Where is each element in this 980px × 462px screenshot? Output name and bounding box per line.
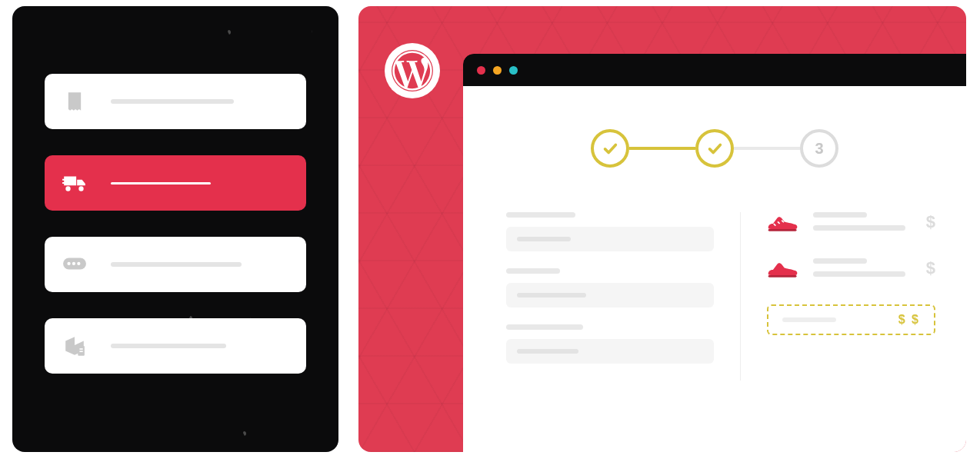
step-3[interactable]: 3 xyxy=(800,129,838,168)
option-label-placeholder xyxy=(111,262,242,267)
package-icon xyxy=(62,333,88,359)
item-title-placeholder xyxy=(813,258,867,264)
check-icon xyxy=(602,140,618,157)
option-messages[interactable] xyxy=(45,237,306,292)
wordpress-icon xyxy=(392,50,433,91)
preview-panel: 3 xyxy=(358,6,966,452)
checkout-page: 3 xyxy=(463,86,966,452)
item-price: $ xyxy=(926,258,935,278)
traffic-light-max[interactable] xyxy=(509,66,518,75)
option-shipping[interactable] xyxy=(45,155,306,211)
item-price: $ xyxy=(926,212,935,232)
cart-item: $ xyxy=(767,212,935,238)
column-divider xyxy=(740,212,741,381)
checkout-form xyxy=(506,212,714,381)
total-label-placeholder xyxy=(782,317,836,322)
decor-hex xyxy=(58,406,143,452)
sneaker-icon xyxy=(767,258,799,284)
browser-window: 3 xyxy=(463,54,966,452)
option-label-placeholder xyxy=(111,344,226,348)
item-sub-placeholder xyxy=(813,271,905,277)
truck-icon xyxy=(62,170,88,196)
option-label-placeholder xyxy=(111,182,211,184)
text-input[interactable] xyxy=(506,227,714,251)
option-receipt[interactable] xyxy=(45,74,306,129)
total-amount: $ $ xyxy=(898,313,920,327)
message-icon xyxy=(62,251,88,278)
text-input[interactable] xyxy=(506,339,714,364)
svg-rect-8 xyxy=(768,275,797,278)
step-1[interactable] xyxy=(591,129,629,168)
svg-point-2 xyxy=(72,262,75,265)
field-label xyxy=(506,212,575,218)
step-number: 3 xyxy=(815,140,823,158)
cart-summary: $ $ $ $ xyxy=(767,212,935,381)
step-connector xyxy=(629,147,695,150)
field-label xyxy=(506,268,560,274)
decor-hex xyxy=(243,375,338,452)
option-inventory[interactable] xyxy=(45,318,306,374)
svg-rect-5 xyxy=(79,348,82,350)
svg-point-1 xyxy=(67,262,70,265)
cart-total: $ $ xyxy=(767,304,935,335)
text-input[interactable] xyxy=(506,283,714,307)
receipt-icon xyxy=(62,88,88,115)
svg-rect-7 xyxy=(768,229,797,231)
field-label xyxy=(506,324,583,330)
traffic-light-min[interactable] xyxy=(493,66,502,75)
item-sub-placeholder xyxy=(813,225,905,231)
svg-rect-6 xyxy=(79,351,82,352)
step-2[interactable] xyxy=(695,129,734,168)
option-list-panel xyxy=(12,6,338,452)
sneaker-icon xyxy=(767,212,799,238)
check-icon xyxy=(706,140,723,157)
cart-item: $ xyxy=(767,258,935,284)
step-connector xyxy=(734,147,800,150)
svg-point-3 xyxy=(77,262,80,265)
traffic-light-close[interactable] xyxy=(477,66,485,75)
item-title-placeholder xyxy=(813,212,867,218)
browser-titlebar xyxy=(463,54,966,86)
wordpress-badge xyxy=(385,43,440,98)
option-label-placeholder xyxy=(111,99,234,104)
checkout-stepper: 3 xyxy=(463,129,966,168)
